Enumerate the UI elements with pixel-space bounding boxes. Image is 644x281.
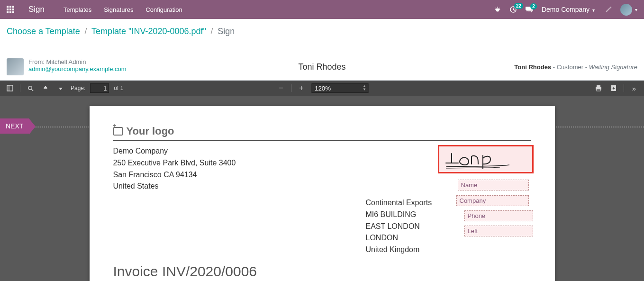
svg-rect-8: [12, 11, 14, 13]
svg-point-9: [496, 8, 499, 11]
status-signer-name: Toni Rhodes: [514, 63, 551, 71]
apps-menu-icon[interactable]: [7, 6, 14, 13]
sidebar-toggle-icon[interactable]: [5, 83, 15, 93]
download-icon[interactable]: [608, 83, 619, 93]
svg-rect-0: [7, 6, 9, 8]
invoice-title: Invoice INV/2020/0006: [113, 263, 531, 280]
svg-rect-4: [9, 9, 11, 10]
customer-line1: MI6 BUILDING: [366, 209, 432, 221]
navbar-right: 22 2 Demo Company ▾ ▾: [494, 4, 637, 16]
svg-line-13: [496, 8, 497, 9]
breadcrumb-separator: /: [211, 27, 213, 36]
svg-rect-7: [9, 11, 11, 13]
breadcrumb: Choose a Template / Template "INV-2020-0…: [0, 19, 644, 37]
breadcrumb-link[interactable]: Choose a Template: [7, 27, 80, 36]
company-switcher[interactable]: Demo Company ▾: [542, 6, 595, 13]
print-icon[interactable]: [593, 83, 604, 93]
customer-country: United Kingdom: [366, 244, 432, 256]
company-name: Demo Company: [542, 6, 590, 13]
chevron-down-icon: ▾: [635, 7, 637, 12]
nav-link-configuration[interactable]: Configuration: [145, 6, 182, 13]
svg-rect-1: [9, 6, 11, 8]
bug-icon[interactable]: [494, 6, 501, 13]
chevron-down-icon: ▾: [592, 8, 595, 13]
main-navbar: Sign Templates Signatures Configuration …: [0, 0, 644, 19]
pdf-viewer-area: NEXT Your logo Demo Company 250 Executiv…: [0, 96, 644, 281]
zoom-in-icon[interactable]: +: [296, 83, 307, 93]
signer-info-row: From: Mitchell Admin admin@yourcompany.e…: [0, 54, 644, 81]
customer-name: Continental Exports: [366, 197, 432, 209]
nav-link-templates[interactable]: Templates: [63, 6, 91, 13]
breadcrumb-current: Sign: [218, 27, 235, 36]
signer-name-center: Toni Rhodes: [298, 62, 345, 72]
sign-field-name[interactable]: Name: [458, 180, 529, 190]
breadcrumb-separator: /: [84, 27, 87, 36]
signature-drawing: [443, 148, 528, 171]
sign-field-company[interactable]: Company: [456, 195, 529, 206]
status-state: Waiting Signature: [589, 63, 637, 71]
sign-field-phone[interactable]: Phone: [464, 210, 533, 221]
prev-page-icon[interactable]: [40, 83, 51, 93]
signature-field[interactable]: [438, 145, 534, 173]
discuss-badge: 2: [530, 3, 537, 9]
svg-line-20: [31, 89, 33, 91]
activities-icon[interactable]: 22: [509, 6, 517, 13]
status-right: Toni Rhodes - Customer - Waiting Signatu…: [514, 63, 637, 71]
zoom-out-icon[interactable]: −: [276, 83, 286, 93]
debug-tool-icon[interactable]: [605, 6, 612, 13]
svg-line-14: [499, 8, 500, 9]
sign-field-text[interactable]: Left: [464, 226, 533, 236]
app-brand[interactable]: Sign: [28, 5, 45, 14]
from-block: From: Mitchell Admin admin@yourcompany.e…: [7, 58, 127, 75]
from-label: From:: [28, 58, 45, 65]
svg-rect-3: [7, 9, 9, 10]
zoom-select[interactable]: [311, 83, 368, 93]
svg-rect-5: [12, 9, 14, 10]
svg-rect-21: [597, 85, 600, 87]
next-field-button[interactable]: NEXT: [0, 118, 29, 134]
customer-address: Continental Exports MI6 BUILDING EAST LO…: [366, 197, 432, 256]
next-page-icon[interactable]: [55, 83, 66, 93]
page-number-input[interactable]: [90, 83, 109, 93]
svg-rect-2: [12, 6, 14, 8]
svg-rect-23: [597, 89, 600, 91]
pdf-page: Your logo Demo Company 250 Executive Par…: [90, 106, 555, 281]
sender-avatar: [7, 58, 24, 75]
user-avatar: [620, 4, 632, 16]
svg-rect-6: [7, 11, 9, 13]
tools-icon[interactable]: »: [629, 83, 639, 93]
discuss-icon[interactable]: 2: [526, 6, 533, 13]
header-divider: [113, 140, 531, 141]
customer-line2: EAST LONDON: [366, 221, 432, 233]
activities-badge: 22: [514, 3, 523, 9]
from-email[interactable]: admin@yourcompany.example.com: [28, 65, 127, 73]
nav-link-signatures[interactable]: Signatures: [104, 6, 133, 13]
page-of-label: of 1: [114, 85, 123, 91]
svg-rect-17: [7, 85, 13, 91]
svg-rect-16: [610, 7, 612, 9]
svg-point-19: [28, 86, 31, 89]
nav-links: Templates Signatures Configuration: [63, 6, 182, 13]
from-name: Mitchell Admin: [46, 58, 86, 65]
user-menu[interactable]: ▾: [620, 4, 637, 16]
page-label: Page:: [71, 85, 85, 91]
breadcrumb-link[interactable]: Template "INV-2020-0006.pdf": [91, 27, 206, 36]
find-icon[interactable]: [25, 83, 36, 93]
pdf-toolbar: Page: of 1 − + ▲▼ »: [0, 81, 644, 96]
camera-icon: [113, 127, 123, 136]
logo-placeholder: Your logo: [113, 125, 531, 137]
logo-label: Your logo: [127, 125, 174, 137]
customer-city: LONDON: [366, 232, 432, 244]
status-role: Customer: [557, 63, 583, 71]
